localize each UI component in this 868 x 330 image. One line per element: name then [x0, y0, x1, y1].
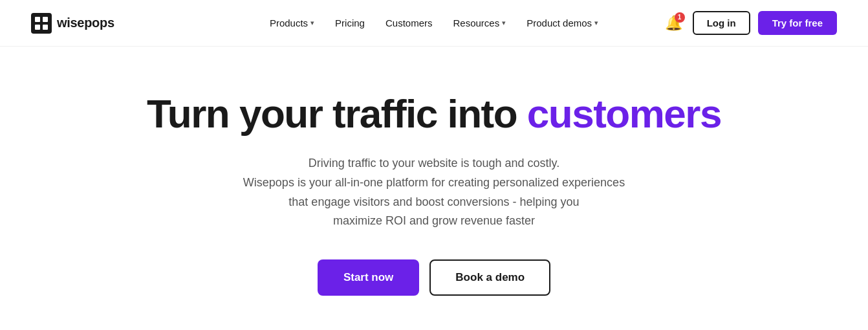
chevron-down-icon: ▾: [594, 19, 598, 27]
book-demo-button[interactable]: Book a demo: [429, 259, 550, 296]
hero-headline: Turn your traffic into customers: [147, 92, 721, 136]
nav-item-product-demos[interactable]: Product demos ▾: [526, 17, 598, 28]
navbar: wisepops Products ▾ Pricing Customers Re…: [0, 0, 868, 47]
headline-prefix: Turn your traffic into: [147, 91, 527, 136]
login-button[interactable]: Log in: [693, 11, 750, 35]
notification-badge: 1: [675, 12, 685, 23]
chevron-down-icon: ▾: [502, 19, 506, 27]
nav-item-customers[interactable]: Customers: [385, 17, 433, 28]
svg-rect-2: [43, 17, 48, 22]
svg-rect-0: [31, 13, 52, 34]
logo-link[interactable]: wisepops: [31, 13, 114, 34]
hero-section: Turn your traffic into customers Driving…: [0, 47, 868, 330]
nav-item-resources[interactable]: Resources ▾: [453, 17, 506, 28]
headline-accent: customers: [527, 91, 721, 136]
hero-buttons: Start now Book a demo: [318, 259, 550, 296]
hero-subtext: Driving traffic to your website is tough…: [243, 154, 625, 231]
nav-links: Products ▾ Pricing Customers Resources ▾…: [270, 17, 598, 28]
svg-rect-4: [43, 25, 48, 30]
wisepops-logo-icon: [31, 13, 52, 34]
logo-text: wisepops: [57, 16, 114, 30]
try-for-free-button[interactable]: Try for free: [758, 11, 837, 35]
chevron-down-icon: ▾: [310, 19, 314, 27]
nav-actions: 🔔 1 Log in Try for free: [665, 11, 837, 35]
svg-rect-1: [35, 17, 40, 22]
svg-rect-3: [35, 25, 40, 30]
nav-item-products[interactable]: Products ▾: [270, 17, 314, 28]
start-now-button[interactable]: Start now: [318, 259, 419, 296]
nav-item-pricing[interactable]: Pricing: [335, 17, 365, 28]
notification-bell[interactable]: 🔔 1: [665, 15, 682, 32]
